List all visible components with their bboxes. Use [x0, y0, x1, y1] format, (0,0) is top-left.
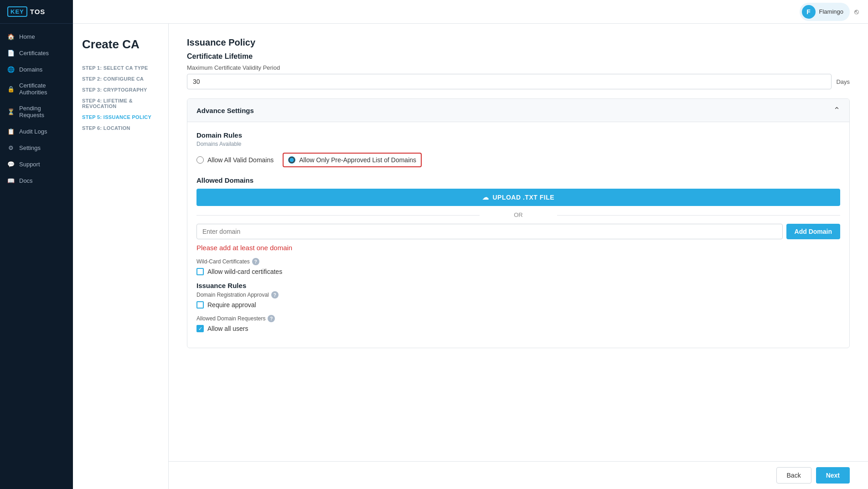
domain-input-row: Add Domain — [196, 224, 840, 239]
certificates-icon: 📄 — [7, 49, 15, 57]
sidebar-item-settings[interactable]: ⚙ Settings — [0, 139, 73, 156]
steps-panel: Create CA STEP 1: SELECT CA TYPE STEP 2:… — [73, 24, 169, 489]
sidebar-item-label: Home — [19, 33, 35, 40]
advance-settings-header[interactable]: Advance Settings ⌃ — [187, 99, 849, 122]
domain-reg-approval-section: Domain Registration Approval ? — [196, 291, 840, 299]
ca-icon: 🔒 — [7, 85, 15, 93]
validity-input[interactable] — [187, 74, 832, 89]
allow-all-users-label: Allow all users — [207, 325, 248, 332]
validity-unit: Days — [836, 78, 850, 85]
sidebar-item-label: Domains — [19, 66, 42, 73]
user-pill[interactable]: F Flamingo — [800, 3, 850, 21]
wildcard-help-icon[interactable]: ? — [252, 258, 259, 265]
main-area: F Flamingo ⎋ Create CA STEP 1: SELECT CA… — [73, 0, 868, 489]
sidebar-item-label: Pending Requests — [19, 105, 66, 118]
advance-settings-title: Advance Settings — [196, 107, 254, 114]
sidebar-item-support[interactable]: 💬 Support — [0, 156, 73, 172]
require-approval-checkbox[interactable] — [196, 301, 204, 309]
sidebar-item-label: Certificates — [19, 50, 49, 57]
domains-icon: 🌐 — [7, 66, 15, 73]
step-6[interactable]: STEP 6: LOCATION — [82, 123, 159, 134]
step-2[interactable]: STEP 2: CONFIGURE CA — [82, 73, 159, 84]
logo: KEY TOS — [0, 0, 73, 24]
form-panel: Issuance Policy Certificate Lifetime Max… — [169, 24, 868, 461]
sidebar-item-label: Settings — [19, 144, 41, 151]
radio-group: Allow All Valid Domains Allow Only Pre-A… — [196, 153, 840, 167]
home-icon: 🏠 — [7, 33, 15, 40]
max-validity-label: Maximum Certificate Validity Period — [187, 64, 850, 71]
radio-all-domains-input[interactable] — [196, 156, 204, 164]
allow-all-users-row[interactable]: ✓ Allow all users — [196, 325, 840, 332]
upload-txt-button[interactable]: ☁ UPLOAD .TXT FILE — [196, 189, 840, 206]
wildcard-checkbox-label: Allow wild-card certificates — [207, 268, 282, 275]
advance-settings-box: Advance Settings ⌃ Domain Rules Domains … — [187, 98, 850, 348]
content-area: Create CA STEP 1: SELECT CA TYPE STEP 2:… — [73, 24, 868, 489]
radio-allow-all[interactable]: Allow All Valid Domains — [196, 156, 274, 164]
step-1[interactable]: STEP 1: SELECT CA TYPE — [82, 62, 159, 73]
avatar: F — [802, 5, 816, 19]
sidebar: KEY TOS 🏠 Home 📄 Certificates 🌐 Domains … — [0, 0, 73, 489]
requesters-help-icon[interactable]: ? — [268, 315, 275, 322]
sidebar-item-domains[interactable]: 🌐 Domains — [0, 61, 73, 77]
sidebar-item-docs[interactable]: 📖 Docs — [0, 172, 73, 189]
domain-reg-approval-label: Domain Registration Approval — [196, 292, 269, 298]
issuance-policy-title: Issuance Policy — [187, 37, 850, 48]
sidebar-item-label: Audit Logs — [19, 128, 47, 135]
wildcard-section: Wild-Card Certificates ? — [196, 258, 840, 265]
sidebar-item-certificate-authorities[interactable]: 🔒 Certificate Authorities — [0, 77, 73, 100]
radio-preapproved-input[interactable] — [288, 156, 295, 164]
page-title: Create CA — [82, 37, 159, 51]
domain-reg-help-icon[interactable]: ? — [271, 291, 279, 299]
issuance-rules-title: Issuance Rules — [196, 282, 840, 289]
allowed-domains-title: Allowed Domains — [196, 176, 840, 184]
step-5[interactable]: STEP 5: ISSUANCE POLICY — [82, 112, 159, 123]
chevron-up-icon: ⌃ — [833, 105, 840, 115]
allowed-requesters-label: Allowed Domain Requesters — [196, 315, 265, 322]
logo-tos: TOS — [30, 8, 46, 15]
support-icon: 💬 — [7, 160, 15, 168]
validity-row: Days — [187, 74, 850, 89]
or-divider: OR — [196, 211, 840, 218]
error-message: Please add at least one domain — [196, 244, 840, 252]
audit-icon: 📋 — [7, 128, 15, 135]
logo-key: KEY — [7, 6, 27, 17]
sidebar-item-home[interactable]: 🏠 Home — [0, 28, 73, 45]
logout-icon[interactable]: ⎋ — [854, 8, 859, 16]
user-name: Flamingo — [819, 8, 843, 15]
wildcard-label: Wild-Card Certificates — [196, 258, 250, 265]
allow-all-users-checkbox[interactable]: ✓ — [196, 325, 204, 332]
wildcard-checkbox[interactable] — [196, 268, 204, 275]
bottom-bar: Back Next — [169, 461, 868, 489]
radio-pre-approved[interactable]: Allow Only Pre-Approved List of Domains — [283, 153, 422, 167]
upload-icon: ☁ — [482, 194, 489, 201]
pending-icon: ⏳ — [7, 108, 15, 115]
require-approval-row[interactable]: Require approval — [196, 301, 840, 309]
sidebar-item-label: Support — [19, 161, 40, 168]
advance-body: Domain Rules Domains Available Allow All… — [187, 122, 849, 348]
step-3[interactable]: STEP 3: CRYPTOGRAPHY — [82, 84, 159, 95]
cert-lifetime-title: Certificate Lifetime — [187, 52, 850, 61]
sidebar-nav: 🏠 Home 📄 Certificates 🌐 Domains 🔒 Certif… — [0, 24, 73, 489]
require-approval-label: Require approval — [207, 301, 256, 309]
upload-btn-label: UPLOAD .TXT FILE — [492, 194, 554, 201]
settings-icon: ⚙ — [7, 144, 15, 151]
docs-icon: 📖 — [7, 177, 15, 184]
wildcard-checkbox-row[interactable]: Allow wild-card certificates — [196, 268, 840, 275]
radio-preapproved-label: Allow Only Pre-Approved List of Domains — [299, 156, 416, 164]
sidebar-item-certificates[interactable]: 📄 Certificates — [0, 45, 73, 61]
add-domain-button[interactable]: Add Domain — [786, 224, 840, 239]
domain-rules-title: Domain Rules — [196, 131, 840, 139]
allowed-requesters-section: Allowed Domain Requesters ? — [196, 315, 840, 322]
sidebar-item-label: Certificate Authorities — [19, 82, 66, 96]
radio-all-domains-label: Allow All Valid Domains — [207, 156, 274, 164]
next-button[interactable]: Next — [816, 467, 850, 484]
domain-input[interactable] — [196, 224, 783, 239]
sidebar-item-pending-requests[interactable]: ⏳ Pending Requests — [0, 100, 73, 123]
back-button[interactable]: Back — [776, 467, 811, 484]
sidebar-item-label: Docs — [19, 177, 33, 184]
sidebar-item-audit-logs[interactable]: 📋 Audit Logs — [0, 123, 73, 139]
topbar: F Flamingo ⎋ — [73, 0, 868, 24]
step-4[interactable]: STEP 4: LIFETIME & REVOCATION — [82, 95, 159, 112]
domains-available-label: Domains Available — [196, 141, 840, 147]
